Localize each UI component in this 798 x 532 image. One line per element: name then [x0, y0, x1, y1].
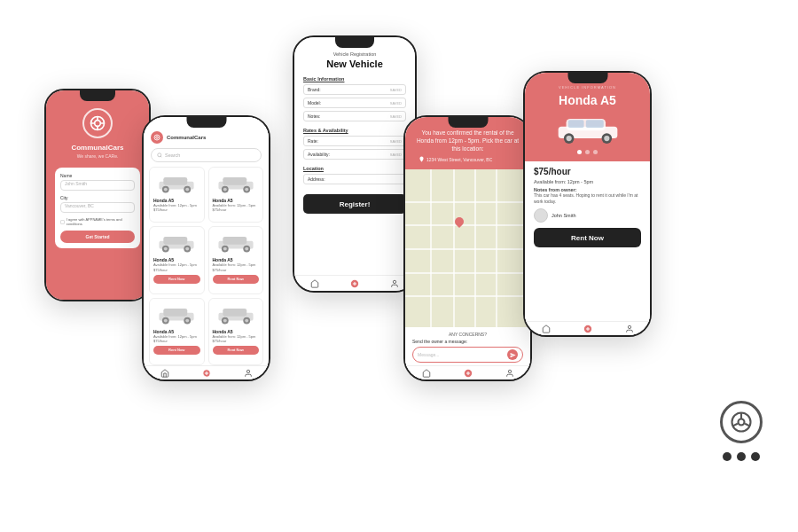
search-bar[interactable]: Search [151, 148, 262, 162]
svg-line-73 [732, 424, 738, 426]
vehicle-car-icon [552, 110, 623, 147]
steering-wheel-icon [729, 410, 754, 434]
owner-avatar [534, 208, 548, 223]
rent-now-button[interactable]: Rent Now [213, 346, 260, 355]
owner-name: John Smith [552, 213, 576, 218]
listing-logo [151, 131, 163, 144]
rate-value: SAVED [390, 139, 402, 144]
get-started-button[interactable]: Get Started [60, 231, 135, 243]
register-button[interactable]: Register! [303, 194, 406, 214]
brand-label: Brand: [308, 87, 321, 92]
car-price: $75/hour [153, 268, 200, 272]
brand-dot-1 [723, 452, 732, 461]
car-image [153, 302, 200, 327]
home-icon[interactable] [160, 369, 169, 378]
map-grid [405, 169, 530, 327]
svg-point-38 [164, 318, 168, 322]
home-icon[interactable] [310, 279, 319, 288]
name-input[interactable]: John Smith [60, 180, 135, 191]
svg-rect-35 [164, 309, 188, 317]
vehicle-price: $75/hour [534, 167, 641, 176]
availability-field: Availability: SAVED [303, 149, 406, 160]
brand-value: SAVED [390, 88, 402, 92]
rent-now-button[interactable]: Rent Now [213, 275, 260, 284]
svg-rect-60 [567, 120, 583, 128]
add-icon[interactable] [202, 369, 211, 378]
profile-icon[interactable] [390, 279, 399, 288]
register-bottom-nav [294, 275, 415, 291]
home-icon[interactable] [542, 325, 551, 333]
notes-value: SAVED [390, 114, 402, 119]
search-placeholder: Search [165, 153, 180, 158]
app-tagline: We share, we CARe. [77, 153, 119, 159]
send-button[interactable] [507, 349, 518, 360]
bottom-right-branding [720, 401, 763, 461]
avail-label: Availability: [308, 152, 330, 157]
svg-line-9 [160, 156, 161, 157]
profile-icon[interactable] [244, 369, 253, 378]
basic-info-label: Basic Information [303, 76, 406, 82]
car-card: Honda A5 Available from: 12pm - 5pm $75/… [208, 226, 264, 293]
dot-3[interactable] [593, 150, 598, 154]
rent-now-button[interactable]: Rent Now [153, 346, 200, 355]
car-grid: Honda A5 Available from: 12pm - 5pm $75/… [144, 167, 269, 365]
message-input-row[interactable]: Message... [412, 347, 523, 363]
svg-rect-11 [164, 177, 188, 185]
svg-point-33 [245, 247, 248, 251]
svg-line-74 [745, 424, 750, 426]
phone-vehicle: VEHICLE INFORMATION Honda A5 [523, 71, 652, 337]
model-value: SAVED [390, 101, 402, 106]
name-label: Name [60, 173, 135, 178]
send-label: Send the owner a message: [412, 339, 523, 344]
phone-listing: CommunalCars Search [142, 115, 270, 381]
car-icon [214, 233, 258, 253]
car-price: $75/hour [213, 268, 260, 272]
car-card: Honda A5 Available from: 12pm - 5pm $75/… [208, 167, 264, 223]
car-price: $75/hour [213, 207, 260, 212]
confirm-content: CONFIRMED! You have confirmed the rental… [405, 117, 530, 379]
home-icon[interactable] [422, 369, 431, 378]
dot-2[interactable] [585, 150, 590, 154]
car-icon [154, 233, 199, 253]
svg-point-1 [95, 121, 101, 127]
profile-icon[interactable] [625, 325, 634, 333]
address-field[interactable]: Address: [303, 174, 406, 184]
car-price: $75/hour [153, 339, 200, 343]
city-input[interactable]: Vancouver, BC [60, 202, 135, 213]
confirm-text: You have confirmed the rental of the Hon… [414, 129, 521, 153]
brand-dot-2 [737, 452, 746, 461]
terms-checkbox[interactable] [60, 220, 65, 224]
add-icon[interactable] [350, 279, 359, 288]
profile-icon[interactable] [505, 369, 514, 378]
notes-label: Notes: [308, 113, 320, 119]
svg-point-65 [604, 136, 609, 141]
car-image [213, 231, 260, 255]
checkbox-row: I agree with APPNAME's terms and conditi… [60, 217, 135, 226]
car-image [153, 231, 200, 255]
model-label: Model: [308, 100, 321, 106]
map-area [405, 169, 530, 327]
car-card: Honda A5 Available from: 12pm - 5pm $75/… [149, 226, 205, 293]
vehicle-car-image [552, 111, 623, 146]
car-image [213, 171, 260, 196]
concerns-label: ANY CONCERNS? [412, 332, 523, 337]
car-price: $75/hour [153, 207, 200, 212]
vehicle-content: VEHICLE INFORMATION Honda A5 [525, 73, 650, 335]
svg-point-63 [566, 136, 571, 141]
svg-point-6 [154, 135, 160, 140]
rate-field: Rate: SAVED [303, 136, 406, 146]
dot-1[interactable] [577, 150, 582, 154]
rent-now-button[interactable]: Rent Now [153, 275, 200, 284]
brand-logo-circle [720, 401, 763, 443]
location-label: Location [303, 166, 406, 171]
add-icon[interactable] [583, 325, 592, 333]
app-logo [82, 108, 113, 138]
avail-value: SAVED [390, 153, 402, 157]
rent-now-button[interactable]: Rent Now [534, 228, 641, 247]
owner-row: John Smith [534, 208, 641, 223]
app-scene: CommunalCars We share, we CARe. Name Joh… [0, 0, 798, 532]
car-card: Honda A5 Available from: 12pm - 5pm $75/… [149, 167, 205, 223]
add-icon[interactable] [464, 369, 473, 378]
svg-point-21 [245, 188, 248, 192]
car-icon [214, 305, 258, 325]
